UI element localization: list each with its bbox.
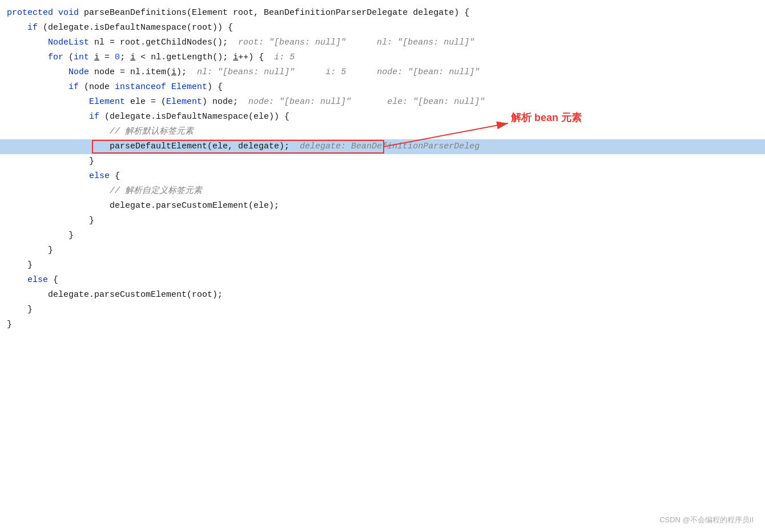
code-line-18: }	[0, 258, 765, 273]
code-container: protected void parseBeanDefinitions(Elem…	[0, 0, 765, 532]
code-line-22: }	[0, 317, 765, 332]
watermark: CSDN @不会编程的程序员II	[659, 514, 754, 526]
code-line-10: parseDefaultElement(ele, delegate); dele…	[0, 139, 765, 154]
code-line-13: // 解析自定义标签元素	[0, 184, 765, 199]
code-line-7: Element ele = (Element) node; node: "[be…	[0, 95, 765, 110]
code-line-12: else {	[0, 169, 765, 184]
code-line-15: }	[0, 213, 765, 228]
code-line-1: protected void parseBeanDefinitions(Elem…	[0, 6, 765, 21]
code-line-19: else {	[0, 273, 765, 288]
code-line-14: delegate.parseCustomElement(ele);	[0, 199, 765, 213]
code-line-20: delegate.parseCustomElement(root);	[0, 288, 765, 303]
code-line-3: NodeList nl = root.getChildNodes(); root…	[0, 35, 765, 50]
code-line-4: for (int i = 0; i < nl.getLength(); i++)…	[0, 50, 765, 65]
code-line-21: }	[0, 303, 765, 317]
code-line-2: if (delegate.isDefaultNamespace(root)) {	[0, 21, 765, 35]
code-line-16: }	[0, 228, 765, 243]
code-line-9: // 解析默认标签元素	[0, 124, 765, 139]
code-line-11: }	[0, 154, 765, 169]
code-line-5: Node node = nl.item(i); nl: "[beans: nul…	[0, 65, 765, 80]
code-line-6: if (node instanceof Element) {	[0, 80, 765, 95]
code-line-8: if (delegate.isDefaultNamespace(ele)) {	[0, 110, 765, 124]
code-line-17: }	[0, 243, 765, 258]
